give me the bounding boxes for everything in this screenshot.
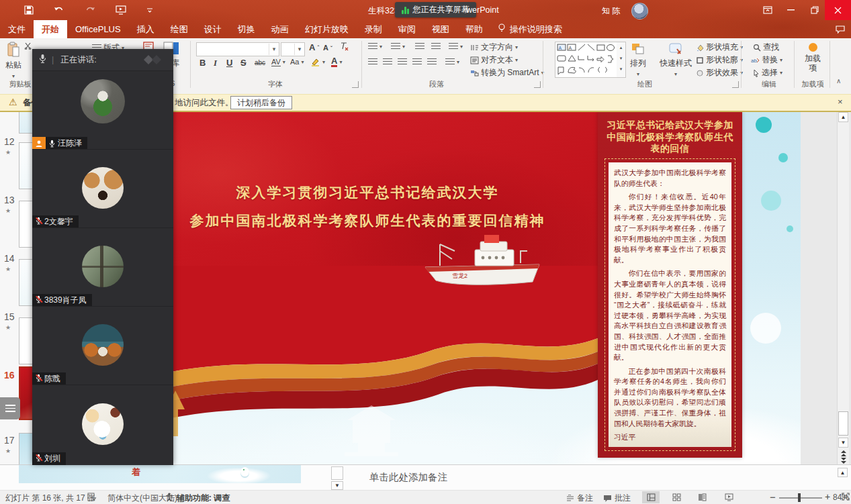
participant-tile[interactable]: 汪陈泽 [32, 70, 173, 150]
justify-icon[interactable] [412, 58, 422, 66]
distribute-icon[interactable] [427, 58, 437, 66]
collapsed-panel-handle[interactable] [0, 397, 20, 419]
tab-tellme[interactable]: 操作说明搜索 [491, 20, 569, 38]
accessibility-status[interactable]: 辅助功能: 调查 [177, 493, 230, 504]
align-right-icon[interactable] [398, 58, 407, 66]
italic-button[interactable]: I [214, 58, 217, 68]
slide-sorter-view-button[interactable] [668, 491, 685, 503]
undo-icon[interactable] [54, 6, 64, 15]
select-button[interactable]: 选择▾ [753, 67, 782, 79]
columns-button[interactable]: ▾ [445, 58, 459, 66]
save-icon[interactable] [24, 5, 34, 15]
restore-button[interactable] [805, 0, 825, 20]
shadow-button[interactable]: abc [255, 59, 265, 66]
schedule-backup-button[interactable]: 计划稍后备份 [230, 96, 292, 109]
smartart-button[interactable]: 转换为 SmartArt▾ [470, 67, 544, 79]
grow-font-button[interactable]: Aˆ [309, 42, 319, 52]
tab-record[interactable]: 录制 [357, 20, 390, 38]
tab-draw[interactable]: 绘图 [163, 20, 196, 38]
shape-outline-button[interactable]: 形状轮廓▾ [696, 54, 743, 66]
meeting-panel-header[interactable]: | 正在讲话: [32, 49, 173, 71]
participant-tile[interactable]: 陈戬 [32, 306, 173, 385]
tab-officeplus[interactable]: OfficePLUS [67, 20, 129, 38]
tab-help[interactable]: 帮助 [457, 20, 491, 38]
scroll-down-button[interactable]: ▼ [838, 438, 848, 448]
comments-toggle[interactable]: 批注 [603, 493, 631, 504]
zoom-slider-track[interactable] [779, 497, 822, 499]
align-text-button[interactable]: 对齐文本▾ [470, 54, 518, 66]
change-case-button[interactable]: Aa▾ [290, 58, 304, 66]
tab-animations[interactable]: 动画 [263, 20, 297, 38]
tab-insert[interactable]: 插入 [129, 20, 163, 38]
tab-home[interactable]: 开始 [34, 20, 67, 38]
thumb-slide-15[interactable] [19, 317, 33, 364]
clear-formatting-icon[interactable] [339, 42, 349, 51]
find-button[interactable]: 查找 [753, 42, 779, 53]
ribbon-display-options-icon[interactable] [758, 0, 778, 20]
redo-icon[interactable] [85, 6, 95, 15]
notes-area[interactable]: 着 ▼ 单击此处添加备注 ▲ [0, 464, 851, 491]
align-center-icon[interactable] [383, 58, 392, 66]
tab-review[interactable]: 审阅 [390, 20, 424, 38]
minimize-button[interactable] [780, 0, 801, 20]
notes-toggle[interactable]: 备注 [566, 493, 593, 504]
previous-slide-button[interactable] [838, 450, 848, 457]
increase-indent-icon[interactable] [431, 43, 441, 50]
underline-button[interactable]: U [226, 58, 232, 68]
drawing-dialog-launcher[interactable] [732, 81, 739, 88]
notes-scroll-down[interactable]: ▼ [331, 481, 343, 490]
cut-icon[interactable] [24, 42, 32, 50]
next-slide-button[interactable] [838, 457, 848, 464]
bullets-button[interactable]: ▾ [368, 43, 382, 50]
fit-to-window-icon[interactable] [841, 492, 850, 501]
start-slideshow-icon[interactable] [116, 5, 126, 15]
comments-bubble-icon[interactable] [832, 23, 849, 36]
scrollbar-thumb[interactable] [838, 411, 848, 436]
quick-styles-button[interactable]: 快速样式▾ [660, 42, 692, 77]
tab-slideshow[interactable]: 幻灯片放映 [297, 20, 357, 38]
thumb-slide-13[interactable] [19, 201, 33, 248]
bold-button[interactable]: B [199, 58, 206, 68]
dismiss-notification-icon[interactable]: × [838, 97, 843, 107]
account-name[interactable]: 知 陈 [602, 5, 620, 17]
paste-button[interactable]: 粘贴▾ [5, 42, 21, 79]
tab-design[interactable]: 设计 [196, 20, 230, 38]
account-avatar[interactable] [631, 3, 648, 19]
shapes-scroll[interactable]: ▴▾▾ [617, 42, 626, 78]
char-spacing-button[interactable]: AV▾ [271, 58, 285, 66]
participant-tile[interactable]: 3839肖子凤 [32, 228, 173, 307]
paragraph-dialog-launcher[interactable] [534, 81, 541, 88]
notes-scroll-thumb[interactable] [331, 466, 343, 480]
meeting-participants-panel[interactable]: | 正在讲话: 汪陈泽 2文馨宇 3839肖子凤 [32, 49, 173, 464]
tab-transitions[interactable]: 切换 [230, 20, 263, 38]
font-dialog-launcher[interactable] [352, 81, 359, 88]
notes-scroll-up[interactable]: ▲ [838, 468, 848, 477]
tab-file[interactable]: 文件 [0, 20, 34, 38]
thumb-slide-11-partial[interactable] [19, 109, 33, 134]
align-left-icon[interactable] [368, 58, 377, 66]
line-spacing-button[interactable]: ▾ [449, 43, 463, 50]
collapse-ribbon-icon[interactable]: ∧ [836, 77, 841, 85]
font-name-combo[interactable]: ▾ [196, 42, 279, 56]
normal-view-button[interactable] [642, 491, 660, 503]
shape-fill-button[interactable]: 形状填充▾ [696, 42, 743, 53]
decrease-indent-icon[interactable] [415, 43, 424, 50]
reading-view-button[interactable] [693, 491, 711, 503]
arrange-button[interactable]: 排列▾ [630, 42, 646, 77]
text-direction-button[interactable]: 文字方向▾ [470, 42, 518, 53]
slide-editing-area[interactable]: 深入学习贯彻习近平总书记给武汉大学 参加中国南北极科学考察队师生代表的重要回信精… [126, 111, 801, 464]
customize-qat-icon[interactable] [146, 7, 153, 13]
participant-tile[interactable]: 2文馨宇 [32, 149, 173, 228]
slideshow-view-button[interactable] [720, 491, 737, 503]
participant-tile[interactable]: 刘圳 [32, 385, 173, 465]
close-button[interactable] [825, 0, 851, 20]
zoom-slider-thumb[interactable] [798, 493, 801, 502]
shapes-gallery[interactable]: A A [555, 42, 618, 78]
scroll-up-button[interactable]: ▲ [838, 112, 848, 122]
slide-counter[interactable]: 幻灯片 第 16 张, 共 17 张 [5, 493, 95, 504]
numbering-button[interactable]: ▾ [391, 43, 405, 50]
thumb-slide-12[interactable] [19, 142, 33, 189]
shrink-font-button[interactable]: Aˇ [323, 44, 332, 52]
zoom-out-button[interactable]: − [770, 491, 776, 503]
notes-placeholder[interactable]: 单击此处添加备注 [369, 471, 447, 484]
